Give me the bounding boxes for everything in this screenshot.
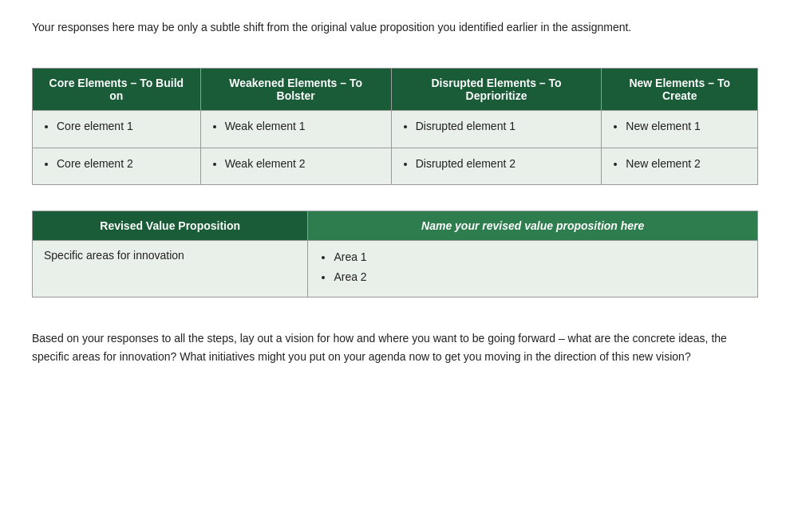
vp-row-label: Specific areas for innovation [33,241,308,298]
table-cell: Core element 2 [33,148,201,185]
table-cell: New element 2 [602,148,758,185]
list-item: Core element 2 [57,156,191,172]
list-item: Area 2 [334,269,746,286]
vp-col1-header: Revised Value Proposition [33,211,308,241]
col-header-core: Core Elements – To Build on [33,69,201,111]
table-cell: Core element 1 [33,111,201,148]
table-cell: Disrupted element 1 [391,111,602,148]
vp-data-row: Specific areas for innovation Area 1Area… [33,241,758,298]
table-cell: Weak element 2 [200,148,391,185]
list-item: New element 2 [626,156,748,172]
list-item: Disrupted element 2 [416,156,592,172]
closing-text: Based on your responses to all the steps… [32,329,750,365]
list-item: Weak element 2 [225,156,381,172]
list-item: New element 1 [626,119,748,135]
vp-header-row: Revised Value Proposition Name your revi… [33,211,758,241]
col-header-weakened: Weakened Elements – To Bolster [200,69,391,111]
main-table: Core Elements – To Build on Weakened Ele… [32,68,758,185]
list-item: Disrupted element 1 [416,119,592,135]
list-item: Area 1 [334,249,746,266]
vp-table: Revised Value Proposition Name your revi… [32,211,758,298]
intro-text: Your responses here may be only a subtle… [32,19,686,36]
table-cell: Disrupted element 2 [391,148,602,185]
vp-col2-header: Name your revised value proposition here [308,211,758,241]
main-table-header-row: Core Elements – To Build on Weakened Ele… [33,69,758,111]
vp-areas-cell: Area 1Area 2 [308,241,758,298]
col-header-disrupted: Disrupted Elements – To Deprioritize [391,69,602,111]
list-item: Weak element 1 [225,119,381,135]
table-cell: Weak element 1 [200,111,391,148]
table-row: Core element 2Weak element 2Disrupted el… [33,148,758,185]
table-row: Core element 1Weak element 1Disrupted el… [33,111,758,148]
table-cell: New element 1 [602,111,758,148]
col-header-new: New Elements – To Create [602,69,758,111]
list-item: Core element 1 [57,119,191,135]
